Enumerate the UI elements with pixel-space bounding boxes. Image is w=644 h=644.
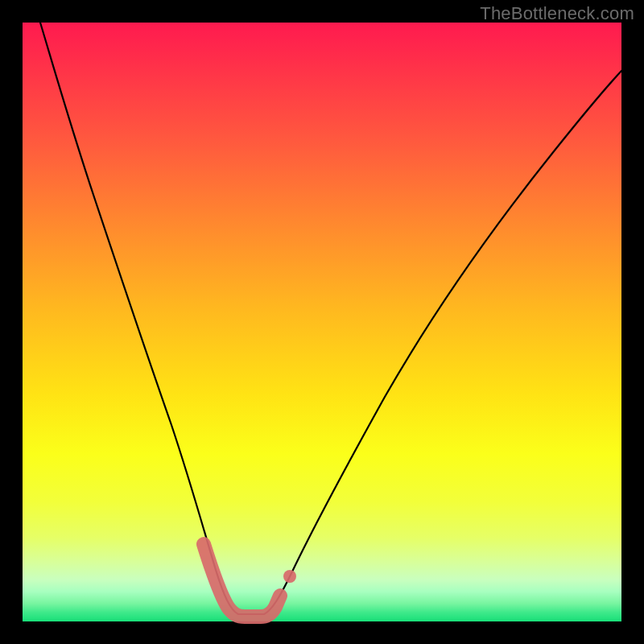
valley-marker-dot — [283, 570, 296, 583]
valley-highlight — [204, 544, 280, 617]
watermark-text: TheBottleneck.com — [480, 3, 634, 24]
plot-area — [23, 23, 621, 621]
curve-layer — [23, 23, 621, 621]
chart-frame: TheBottleneck.com — [0, 0, 644, 644]
bottleneck-curve — [40, 23, 621, 614]
